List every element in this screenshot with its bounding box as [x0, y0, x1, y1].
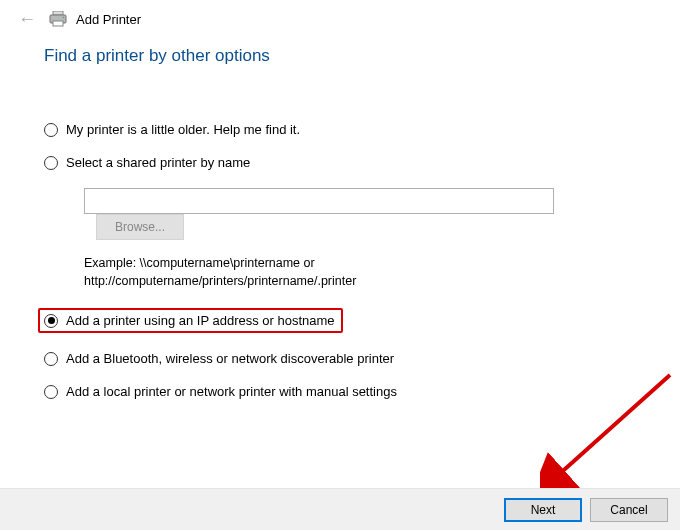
browse-button[interactable]: Browse...	[96, 214, 184, 240]
option-label: Add a local printer or network printer w…	[66, 384, 397, 399]
radio-icon[interactable]	[44, 156, 58, 170]
option-label: Add a Bluetooth, wireless or network dis…	[66, 351, 394, 366]
content-area: Find a printer by other options My print…	[0, 34, 680, 399]
svg-rect-0	[53, 11, 63, 15]
radio-icon[interactable]	[44, 352, 58, 366]
example-line1: Example: \\computername\printername or	[84, 256, 315, 270]
option-label: My printer is a little older. Help me fi…	[66, 122, 300, 137]
option-label: Select a shared printer by name	[66, 155, 250, 170]
window-title: Add Printer	[76, 12, 141, 27]
svg-point-3	[63, 17, 65, 19]
option-shared-printer[interactable]: Select a shared printer by name	[44, 155, 636, 170]
radio-icon[interactable]	[44, 123, 58, 137]
svg-rect-2	[53, 21, 63, 26]
option-bluetooth[interactable]: Add a Bluetooth, wireless or network dis…	[44, 351, 636, 366]
option-local[interactable]: Add a local printer or network printer w…	[44, 384, 636, 399]
example-line2: http://computername/printers/printername…	[84, 274, 356, 288]
radio-icon[interactable]	[44, 314, 58, 328]
next-button[interactable]: Next	[504, 498, 582, 522]
back-arrow-icon[interactable]: ←	[14, 10, 40, 28]
cancel-button[interactable]: Cancel	[590, 498, 668, 522]
page-heading: Find a printer by other options	[44, 46, 636, 66]
shared-printer-block: Browse... Example: \\computername\printe…	[84, 188, 636, 290]
highlight-annotation: Add a printer using an IP address or hos…	[38, 308, 343, 333]
printer-icon	[48, 11, 68, 27]
option-older-printer[interactable]: My printer is a little older. Help me fi…	[44, 122, 636, 137]
option-ip-address[interactable]: Add a printer using an IP address or hos…	[44, 308, 636, 333]
footer-bar: Next Cancel	[0, 488, 680, 530]
shared-printer-input[interactable]	[84, 188, 554, 214]
option-label: Add a printer using an IP address or hos…	[66, 313, 335, 328]
titlebar: ← Add Printer	[0, 0, 680, 34]
shared-example-text: Example: \\computername\printername or h…	[84, 254, 636, 290]
radio-icon[interactable]	[44, 385, 58, 399]
